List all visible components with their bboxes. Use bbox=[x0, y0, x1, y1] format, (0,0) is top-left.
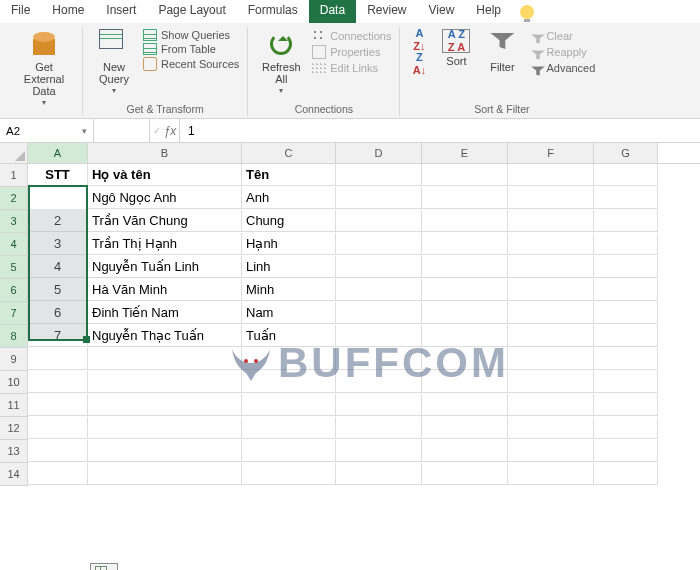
col-header-g[interactable]: G bbox=[594, 143, 658, 163]
col-header-d[interactable]: D bbox=[336, 143, 422, 163]
worksheet[interactable]: A B C D E F G 1STTHọ và tênTên21Ngô Ngọc… bbox=[0, 143, 700, 486]
cell[interactable] bbox=[336, 348, 422, 370]
tab-page-layout[interactable]: Page Layout bbox=[147, 0, 236, 23]
cell[interactable] bbox=[422, 440, 508, 462]
col-header-e[interactable]: E bbox=[422, 143, 508, 163]
row-header[interactable]: 5 bbox=[0, 256, 28, 279]
cell[interactable] bbox=[594, 187, 658, 209]
cell[interactable] bbox=[422, 371, 508, 393]
cell[interactable] bbox=[594, 302, 658, 324]
row-header[interactable]: 3 bbox=[0, 210, 28, 233]
col-header-a[interactable]: A bbox=[28, 143, 88, 163]
tab-help[interactable]: Help bbox=[465, 0, 512, 23]
cell[interactable] bbox=[336, 233, 422, 255]
filter-button[interactable]: Filter bbox=[482, 29, 522, 73]
cell[interactable] bbox=[508, 417, 594, 439]
row-header[interactable]: 6 bbox=[0, 279, 28, 302]
cell[interactable] bbox=[336, 417, 422, 439]
cell[interactable] bbox=[336, 279, 422, 301]
cell[interactable] bbox=[336, 187, 422, 209]
cell[interactable] bbox=[336, 164, 422, 186]
name-box[interactable]: A2 ▾ bbox=[0, 119, 94, 142]
cell[interactable] bbox=[88, 440, 242, 462]
cell[interactable]: Trần Văn Chung bbox=[88, 210, 242, 232]
cell[interactable]: Tên bbox=[242, 164, 336, 186]
cell[interactable]: Hạnh bbox=[242, 233, 336, 255]
cell[interactable] bbox=[594, 417, 658, 439]
cell[interactable]: Nguyễn Thạc Tuấn bbox=[88, 325, 242, 347]
cell[interactable] bbox=[594, 325, 658, 347]
cell[interactable] bbox=[242, 417, 336, 439]
cell[interactable] bbox=[28, 463, 88, 485]
sort-asc-button[interactable]: AZ↓ bbox=[408, 29, 430, 51]
cell[interactable] bbox=[422, 256, 508, 278]
cell[interactable]: Linh bbox=[242, 256, 336, 278]
cell[interactable] bbox=[28, 440, 88, 462]
cell[interactable] bbox=[242, 394, 336, 416]
cell[interactable] bbox=[336, 394, 422, 416]
edit-links-button[interactable]: Edit Links bbox=[312, 61, 391, 75]
cell[interactable] bbox=[242, 440, 336, 462]
cell[interactable] bbox=[594, 279, 658, 301]
cell[interactable] bbox=[594, 233, 658, 255]
cell[interactable] bbox=[422, 325, 508, 347]
cell[interactable] bbox=[336, 325, 422, 347]
row-header[interactable]: 2 bbox=[0, 187, 28, 210]
row-header[interactable]: 13 bbox=[0, 440, 28, 463]
select-all-corner[interactable] bbox=[0, 143, 28, 163]
cell[interactable] bbox=[422, 302, 508, 324]
row-header[interactable]: 11 bbox=[0, 394, 28, 417]
cell[interactable] bbox=[422, 233, 508, 255]
cell[interactable] bbox=[242, 371, 336, 393]
cell[interactable] bbox=[508, 164, 594, 186]
from-table-button[interactable]: From Table bbox=[143, 43, 239, 55]
refresh-all-button[interactable]: Refresh All ▾ bbox=[256, 29, 306, 97]
cell[interactable] bbox=[88, 417, 242, 439]
cell[interactable] bbox=[28, 348, 88, 370]
cell[interactable] bbox=[594, 256, 658, 278]
cell[interactable] bbox=[508, 348, 594, 370]
autofill-options-button[interactable]: ▾ bbox=[90, 563, 118, 570]
show-queries-button[interactable]: Show Queries bbox=[143, 29, 239, 41]
cell[interactable] bbox=[594, 371, 658, 393]
cell[interactable] bbox=[508, 463, 594, 485]
cell[interactable]: 2 bbox=[28, 210, 88, 232]
row-header[interactable]: 12 bbox=[0, 417, 28, 440]
tell-me[interactable] bbox=[512, 0, 546, 23]
cell[interactable] bbox=[88, 463, 242, 485]
cell[interactable] bbox=[242, 348, 336, 370]
row-header[interactable]: 10 bbox=[0, 371, 28, 394]
cell[interactable] bbox=[422, 348, 508, 370]
cell[interactable]: Ngô Ngọc Anh bbox=[88, 187, 242, 209]
cell[interactable] bbox=[594, 394, 658, 416]
row-header[interactable]: 4 bbox=[0, 233, 28, 256]
cell[interactable] bbox=[336, 371, 422, 393]
cell[interactable] bbox=[336, 302, 422, 324]
cell[interactable] bbox=[336, 463, 422, 485]
cell[interactable] bbox=[88, 371, 242, 393]
cell[interactable] bbox=[508, 210, 594, 232]
tab-insert[interactable]: Insert bbox=[95, 0, 147, 23]
tab-review[interactable]: Review bbox=[356, 0, 417, 23]
cell[interactable]: Hà Văn Minh bbox=[88, 279, 242, 301]
cell[interactable]: 3 bbox=[28, 233, 88, 255]
cell[interactable]: 7 bbox=[28, 325, 88, 347]
properties-button[interactable]: Properties bbox=[312, 45, 391, 59]
cell[interactable] bbox=[336, 440, 422, 462]
row-header[interactable]: 8 bbox=[0, 325, 28, 348]
tab-home[interactable]: Home bbox=[41, 0, 95, 23]
new-query-button[interactable]: New Query ▾ bbox=[91, 29, 137, 97]
cell[interactable]: Tuấn bbox=[242, 325, 336, 347]
cell[interactable] bbox=[594, 440, 658, 462]
cell[interactable]: Chung bbox=[242, 210, 336, 232]
fx-button[interactable]: ƒx bbox=[150, 119, 180, 142]
cell[interactable] bbox=[422, 164, 508, 186]
row-header[interactable]: 1 bbox=[0, 164, 28, 187]
row-header[interactable]: 9 bbox=[0, 348, 28, 371]
cell[interactable]: 1 bbox=[28, 187, 88, 209]
cell[interactable] bbox=[336, 256, 422, 278]
cell[interactable]: 4 bbox=[28, 256, 88, 278]
cell[interactable] bbox=[88, 348, 242, 370]
cell[interactable]: 6 bbox=[28, 302, 88, 324]
cell[interactable] bbox=[594, 210, 658, 232]
